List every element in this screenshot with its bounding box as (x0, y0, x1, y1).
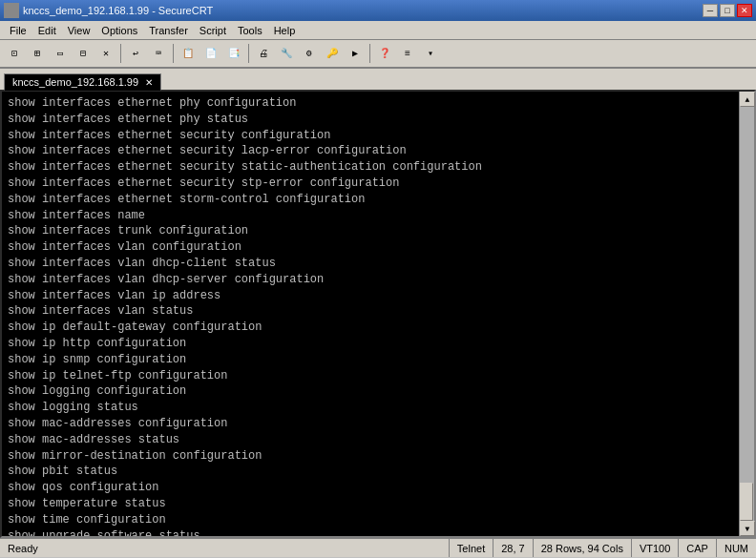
terminal-line: show ip http configuration (8, 336, 733, 352)
toolbar-btn-10[interactable]: 📑 (223, 43, 244, 64)
num-label: NUM (724, 543, 748, 554)
minimize-button[interactable]: ─ (703, 4, 718, 17)
terminal-line: show ip default-gateway configuration (8, 320, 733, 336)
scroll-down-button[interactable]: ▼ (740, 521, 755, 536)
terminal-line: show interfaces ethernet security lacp-e… (8, 143, 733, 159)
menu-help[interactable]: Help (268, 23, 302, 38)
menu-options[interactable]: Options (95, 23, 143, 38)
status-num: NUM (717, 539, 756, 557)
toolbar-btn-3[interactable]: ▭ (50, 43, 71, 64)
terminal-wrapper: show interfaces ethernet phy configurati… (0, 90, 756, 538)
terminal-line: show temperature status (8, 496, 733, 512)
window-controls: ─ □ ✕ (703, 4, 752, 17)
terminal-output[interactable]: show interfaces ethernet phy configurati… (2, 92, 739, 536)
tab-label: knccs_demo_192.168.1.99 (12, 76, 138, 88)
close-button[interactable]: ✕ (737, 4, 752, 17)
status-protocol: Telnet (450, 539, 494, 557)
maximize-button[interactable]: □ (720, 4, 735, 17)
menu-bar: File Edit View Options Transfer Script T… (0, 21, 756, 40)
terminal-line: show interfaces ethernet phy status (8, 112, 733, 128)
terminal-line: show upgrade software status (8, 528, 733, 536)
toolbar-btn-18[interactable]: ▾ (420, 43, 441, 64)
toolbar-btn-5[interactable]: ✕ (95, 43, 116, 64)
toolbar-sep-1 (120, 44, 121, 63)
toolbar-btn-11[interactable]: 🖨 (253, 43, 274, 64)
terminal-line: show interfaces vlan dhcp-server configu… (8, 272, 733, 288)
toolbar-btn-8[interactable]: 📋 (178, 43, 199, 64)
toolbar-btn-4[interactable]: ⊟ (73, 43, 94, 64)
menu-transfer[interactable]: Transfer (143, 23, 194, 38)
terminal-line: show interfaces ethernet security static… (8, 159, 733, 176)
terminal-line: show interfaces vlan dhcp-client status (8, 256, 733, 272)
title-bar: knccs_demo_192.168.1.99 - SecureCRT ─ □ … (0, 0, 756, 21)
toolbar-btn-7[interactable]: ⌨ (148, 43, 169, 64)
toolbar-btn-13[interactable]: ⚙ (299, 43, 320, 64)
terminal-line: show interfaces vlan ip address (8, 288, 733, 304)
scroll-thumb[interactable] (740, 483, 753, 521)
terminal-line: show interfaces name (8, 208, 733, 224)
terminal-line: show mirror-destination configuration (8, 448, 733, 465)
status-ready: Ready (0, 539, 450, 557)
window-title: knccs_demo_192.168.1.99 - SecureCRT (23, 5, 213, 16)
menu-file[interactable]: File (4, 23, 32, 38)
terminal-line: show interfaces ethernet phy configurati… (8, 95, 733, 112)
menu-tools[interactable]: Tools (232, 23, 268, 38)
toolbar-btn-1[interactable]: ⊡ (4, 43, 25, 64)
tab-bar: knccs_demo_192.168.1.99 ✕ (0, 69, 756, 90)
cursor-pos-label: 28, 7 (501, 543, 524, 554)
terminal-line: show mac-addresses status (8, 432, 733, 448)
terminal-line: show pbit status (8, 464, 733, 480)
terminal-line: show time configuration (8, 512, 733, 528)
terminal-line: show qos configuration (8, 480, 733, 496)
ready-label: Ready (8, 543, 38, 554)
title-bar-left: knccs_demo_192.168.1.99 - SecureCRT (4, 3, 213, 18)
terminal-line: show mac-addresses configuration (8, 416, 733, 432)
toolbar-sep-4 (369, 44, 370, 63)
terminal-line: show interfaces vlan status (8, 303, 733, 320)
scroll-track (740, 107, 754, 521)
dimensions-label: 28 Rows, 94 Cols (541, 543, 623, 554)
cap-label: CAP (686, 543, 708, 554)
protocol-label: Telnet (457, 543, 485, 554)
scrollbar: ▲ ▼ (739, 92, 754, 536)
toolbar-btn-9[interactable]: 📄 (200, 43, 221, 64)
status-cap: CAP (679, 539, 717, 557)
terminal-line: show logging configuration (8, 383, 733, 400)
terminal-line: show ip telnet-ftp configuration (8, 368, 733, 384)
status-bar: Ready Telnet 28, 7 28 Rows, 94 Cols VT10… (0, 538, 756, 557)
menu-view[interactable]: View (62, 23, 96, 38)
toolbar-btn-15[interactable]: ▶ (345, 43, 366, 64)
scroll-up-button[interactable]: ▲ (740, 92, 755, 107)
terminal-line: show interfaces ethernet security stp-er… (8, 176, 733, 192)
toolbar-sep-3 (248, 44, 249, 63)
terminal-line: show logging status (8, 400, 733, 416)
toolbar-btn-14[interactable]: 🔑 (322, 43, 343, 64)
toolbar-btn-17[interactable]: ≡ (397, 43, 418, 64)
toolbar-btn-16[interactable]: ❓ (374, 43, 395, 64)
status-dimensions: 28 Rows, 94 Cols (534, 539, 632, 557)
toolbar-sep-2 (173, 44, 174, 63)
status-terminal-type: VT100 (632, 539, 679, 557)
toolbar: ⊡ ⊞ ▭ ⊟ ✕ ↩ ⌨ 📋 📄 📑 🖨 🔧 ⚙ 🔑 ▶ ❓ ≡ ▾ (0, 40, 756, 69)
status-cursor: 28, 7 (494, 539, 533, 557)
app-icon (4, 3, 19, 18)
terminal-line: show interfaces vlan configuration (8, 239, 733, 256)
toolbar-btn-6[interactable]: ↩ (125, 43, 146, 64)
terminal-line: show ip snmp configuration (8, 352, 733, 368)
tab-close-button[interactable]: ✕ (145, 77, 153, 88)
menu-script[interactable]: Script (194, 23, 232, 38)
toolbar-btn-2[interactable]: ⊞ (27, 43, 48, 64)
menu-edit[interactable]: Edit (32, 23, 62, 38)
terminal-type-label: VT100 (640, 543, 670, 554)
terminal-line: show interfaces ethernet security config… (8, 128, 733, 144)
session-tab[interactable]: knccs_demo_192.168.1.99 ✕ (4, 73, 161, 91)
terminal-line: show interfaces ethernet storm-control c… (8, 192, 733, 208)
terminal-line: show interfaces trunk configuration (8, 223, 733, 239)
toolbar-btn-12[interactable]: 🔧 (276, 43, 297, 64)
